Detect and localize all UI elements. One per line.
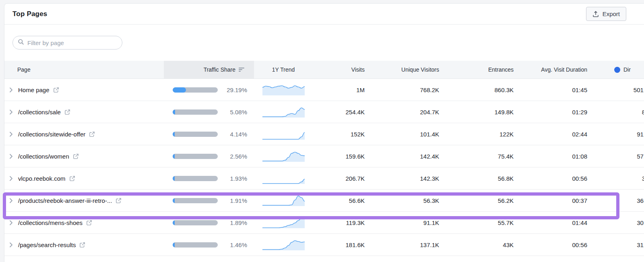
chevron-right-icon[interactable] [9, 220, 15, 225]
entrances-value: 56.2K [439, 197, 514, 204]
table-row[interactable]: /collections/women 2.56% 159.6K 142.4K 7… [4, 145, 644, 167]
trend-sparkline [254, 150, 306, 162]
traffic-share-bar [173, 220, 218, 225]
avg-visit-duration-value: 01:08 [514, 153, 587, 160]
table-body: Home page 29.19% 1M 768.2K 860.3K 01:45 … [4, 79, 644, 256]
traffic-share-bar-fill [173, 132, 175, 137]
chevron-right-icon[interactable] [9, 87, 15, 93]
page-link[interactable]: /collections/sale [18, 109, 61, 116]
page-title: Top Pages [12, 10, 47, 18]
external-link-icon[interactable] [64, 109, 70, 115]
unique-visitors-value: 101.4K [365, 131, 439, 138]
entrances-value: 75.4K [439, 153, 514, 160]
page-link[interactable]: /collections/mens-shoes [18, 219, 83, 226]
column-header-direct[interactable]: Dir [587, 61, 644, 78]
chevron-right-icon[interactable] [9, 154, 15, 159]
trend-sparkline [254, 217, 306, 229]
column-header-1y-trend[interactable]: 1Y Trend [254, 61, 306, 78]
filter-toolbar [4, 25, 644, 61]
chevron-right-icon[interactable] [9, 242, 15, 248]
visits-value: 159.6K [306, 153, 365, 160]
chevron-right-icon[interactable] [9, 198, 15, 203]
column-header-entrances[interactable]: Entrances [439, 61, 514, 78]
top-pages-panel: Top Pages Export Page Traffic Share [4, 3, 644, 262]
external-link-icon[interactable] [73, 153, 79, 159]
table-row[interactable]: /collections/sale 5.08% 254.4K 204.7K 14… [4, 101, 644, 123]
traffic-share-bar [173, 242, 218, 248]
direct-value: 57. [587, 153, 644, 160]
traffic-share-bar-fill [173, 176, 175, 181]
entrances-value: 56.8K [439, 175, 514, 182]
table-row[interactable]: /pages/search-results 1.46% 181.6K 137.1… [4, 234, 644, 256]
search-icon [18, 39, 24, 47]
direct-value: 30. [587, 219, 644, 226]
column-header-page[interactable]: Page [4, 61, 164, 78]
avg-visit-duration-value: 02:44 [514, 131, 587, 138]
traffic-share-value: 29.19% [227, 87, 247, 93]
trend-sparkline [254, 84, 306, 96]
traffic-share-value: 4.14% [230, 131, 247, 138]
direct-value: 91. [587, 131, 644, 138]
page-link[interactable]: /collections/sitewide-offer [18, 131, 85, 138]
visits-value: 119.3K [306, 219, 365, 226]
chevron-right-icon[interactable] [9, 109, 15, 115]
visits-value: 56.6K [306, 197, 365, 204]
traffic-share-value: 5.08% [230, 109, 247, 116]
entrances-value: 122K [439, 131, 514, 138]
trend-sparkline [254, 239, 306, 251]
external-link-icon[interactable] [53, 87, 59, 93]
column-header-traffic-share[interactable]: Traffic Share [164, 61, 254, 78]
column-header-avg-visit-duration[interactable]: Avg. Visit Duration [514, 61, 587, 78]
table-row[interactable]: Home page 29.19% 1M 768.2K 860.3K 01:45 … [4, 79, 644, 101]
unique-visitors-value: 204.7K [365, 109, 439, 116]
traffic-share-bar-fill [173, 87, 186, 93]
traffic-share-bar-fill [173, 242, 175, 248]
sort-descending-icon [238, 66, 245, 73]
unique-visitors-value: 56.3K [365, 197, 439, 204]
trend-sparkline [254, 106, 306, 118]
traffic-share-value: 1.46% [230, 241, 247, 248]
direct-value: 8 [587, 109, 644, 116]
direct-label: Dir [623, 66, 631, 73]
page-link[interactable]: /collections/women [18, 153, 69, 160]
avg-visit-duration-value: 01:44 [514, 219, 587, 226]
traffic-share-value: 2.56% [230, 153, 247, 160]
avg-visit-duration-value: 00:56 [514, 175, 587, 182]
direct-value: 3 [587, 175, 644, 182]
table-row[interactable]: /products/reebok-answer-iii-retro-... 1.… [4, 190, 644, 212]
table-row[interactable]: vlcpo.reebok.com 1.93% 206.7K 142.3K 56.… [4, 167, 644, 190]
external-link-icon[interactable] [86, 220, 92, 226]
column-header-unique-visitors[interactable]: Unique Visitors [365, 61, 439, 78]
page-filter-box[interactable] [12, 36, 122, 50]
unique-visitors-value: 91.1K [365, 219, 439, 226]
table-row[interactable]: /collections/sitewide-offer 4.14% 152K 1… [4, 123, 644, 145]
traffic-share-bar-fill [173, 220, 175, 225]
external-link-icon[interactable] [89, 131, 95, 137]
traffic-share-bar [173, 198, 218, 203]
page-link[interactable]: Home page [18, 87, 50, 93]
column-header-visits[interactable]: Visits [306, 61, 365, 78]
trend-sparkline [254, 194, 306, 206]
direct-value: 36. [587, 197, 644, 204]
entrances-value: 55.7K [439, 219, 514, 226]
traffic-share-bar-fill [173, 154, 175, 159]
chevron-right-icon[interactable] [9, 132, 15, 137]
visits-value: 206.7K [306, 175, 365, 182]
external-link-icon[interactable] [116, 198, 122, 204]
page-link[interactable]: /pages/search-results [18, 241, 76, 248]
external-link-icon[interactable] [79, 242, 85, 248]
page-link[interactable]: /products/reebok-answer-iii-retro-... [18, 197, 112, 204]
entrances-value: 860.3K [439, 87, 514, 93]
traffic-share-bar [173, 87, 218, 93]
traffic-share-value: 1.89% [230, 219, 247, 226]
traffic-share-bar [173, 109, 218, 115]
table-row[interactable]: /collections/mens-shoes 1.89% 119.3K 91.… [4, 212, 644, 234]
chevron-right-icon[interactable] [9, 176, 15, 181]
external-link-icon[interactable] [69, 175, 75, 182]
traffic-share-label: Traffic Share [204, 66, 235, 73]
page-filter-input[interactable] [27, 39, 117, 46]
avg-visit-duration-value: 00:56 [514, 241, 587, 248]
panel-header: Top Pages Export [4, 4, 644, 25]
page-link[interactable]: vlcpo.reebok.com [18, 175, 66, 182]
export-button[interactable]: Export [586, 7, 626, 21]
